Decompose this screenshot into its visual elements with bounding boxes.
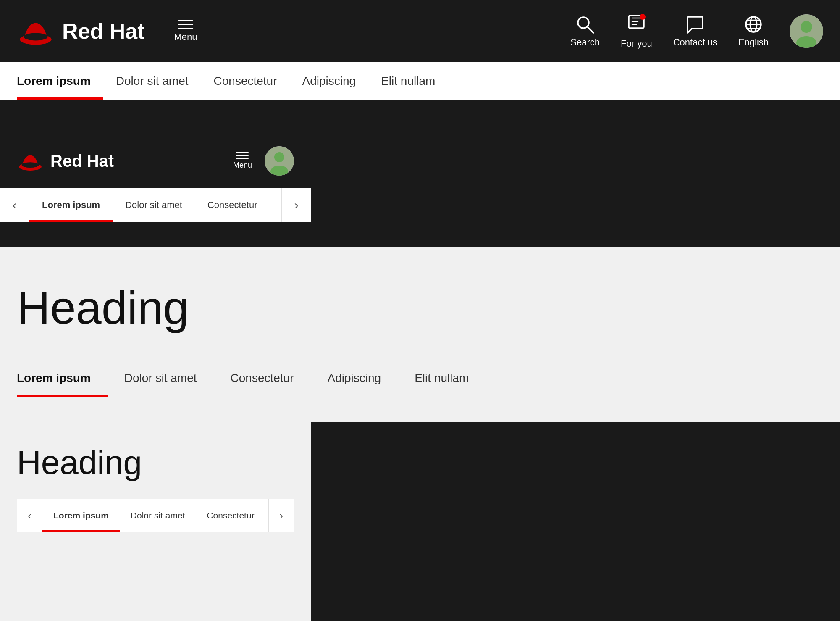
top-nav: Red Hat Menu Search For you (0, 0, 840, 62)
svg-point-11 (801, 21, 812, 33)
content-tab-label-1: Dolor sit amet (124, 371, 197, 385)
english-label: English (738, 37, 769, 48)
hamburger-line-3 (178, 28, 193, 29)
sec-nav-item-adipiscing[interactable]: Adipiscing (290, 62, 369, 100)
sec-nav-label-1: Dolor sit amet (116, 74, 189, 88)
content-tab-dolor[interactable]: Dolor sit amet (108, 359, 214, 397)
content-tab-elit[interactable]: Elit nullam (398, 359, 486, 397)
mobile-card-nav-label-0: Lorem ipsum (53, 510, 109, 521)
mobile-nav-item-consectetur[interactable]: Consectetur (195, 188, 270, 222)
sec-nav-item-dolor[interactable]: Dolor sit amet (103, 62, 201, 100)
search-label: Search (570, 37, 600, 48)
contact-us-button[interactable]: Contact us (673, 14, 717, 48)
content-tab-label-0: Lorem ipsum (17, 371, 91, 385)
mobile-secondary-nav: ‹ Lorem ipsum Dolor sit amet Consectetur… (0, 188, 311, 222)
mobile-nav-label-2: Consectetur (207, 200, 257, 211)
mobile-avatar[interactable] (265, 146, 294, 176)
svg-point-1 (24, 33, 48, 41)
sec-nav-label-4: Elit nullam (381, 74, 435, 88)
search-button[interactable]: Search (570, 14, 600, 48)
for-you-label: For you (621, 38, 652, 49)
search-icon (575, 14, 595, 34)
mobile-nav-prev-button[interactable]: ‹ (0, 188, 29, 222)
dark-bottom-section: Heading ‹ Lorem ipsum Dolor sit amet Con… (0, 422, 840, 621)
nav-actions: Search For you Contact us (570, 13, 823, 49)
sec-nav-label-3: Adipiscing (302, 74, 356, 88)
menu-label: Menu (174, 32, 197, 42)
m-line-1 (236, 152, 249, 153)
content-tabs: Lorem ipsum Dolor sit amet Consectetur A… (17, 359, 823, 397)
brand-name: Red Hat (62, 18, 144, 44)
content-tab-lorem[interactable]: Lorem ipsum (17, 359, 108, 397)
mobile-card-nav-item-lorem[interactable]: Lorem ipsum (42, 499, 120, 532)
contact-us-icon (685, 14, 705, 34)
mobile-nav-box: Red Hat Menu (0, 134, 311, 222)
mobile-card-nav-item-dolor[interactable]: Dolor sit amet (120, 499, 196, 532)
language-button[interactable]: English (738, 14, 769, 48)
mobile-menu-label: Menu (233, 161, 252, 170)
secondary-nav: Lorem ipsum Dolor sit amet Consectetur A… (0, 62, 840, 100)
menu-button[interactable]: Menu (174, 20, 197, 42)
svg-line-3 (588, 27, 593, 33)
mobile-menu-button[interactable]: Menu (233, 152, 252, 170)
chevron-right-icon: › (294, 198, 299, 212)
mobile-top-bar: Red Hat Menu (0, 134, 311, 188)
mobile-nav-item-dolor[interactable]: Dolor sit amet (113, 188, 195, 222)
sec-nav-item-lorem-ipsum[interactable]: Lorem ipsum (17, 62, 103, 100)
sec-nav-item-elit[interactable]: Elit nullam (368, 62, 448, 100)
mobile-nav-section: Red Hat Menu (0, 117, 840, 247)
mobile-card: Heading ‹ Lorem ipsum Dolor sit amet Con… (0, 422, 311, 621)
content-tab-label-4: Elit nullam (415, 371, 469, 385)
m-line-3 (236, 158, 249, 159)
mobile-nav-label-1: Dolor sit amet (125, 200, 182, 211)
for-you-wrapper (626, 13, 646, 36)
black-divider-top (0, 100, 840, 117)
content-tab-adipiscing[interactable]: Adipiscing (311, 359, 398, 397)
hamburger-line-2 (178, 24, 193, 25)
avatar-icon (790, 14, 823, 48)
mobile-brand[interactable]: Red Hat (17, 147, 114, 174)
sec-nav-label-2: Consectetur (214, 74, 277, 88)
chevron-left-icon: ‹ (13, 198, 17, 212)
brand-logo[interactable]: Red Hat (17, 12, 144, 50)
dark-right-area (311, 422, 840, 621)
svg-point-14 (22, 162, 39, 168)
globe-icon (743, 14, 764, 34)
contact-us-label: Contact us (673, 37, 717, 48)
mobile-nav-label-0: Lorem ipsum (42, 200, 100, 211)
mobile-card-nav-items: Lorem ipsum Dolor sit amet Consectetur (42, 499, 268, 532)
mobile-card-nav-label-1: Dolor sit amet (131, 510, 185, 521)
svg-point-16 (274, 152, 284, 162)
sec-nav-label-0: Lorem ipsum (17, 74, 91, 88)
page-heading: Heading (17, 281, 823, 334)
mobile-card-chevron-right-icon: › (279, 509, 283, 522)
mobile-nav-items: Lorem ipsum Dolor sit amet Consectetur (29, 188, 281, 222)
content-tab-consectetur[interactable]: Consectetur (214, 359, 311, 397)
mobile-card-prev-button[interactable]: ‹ (17, 499, 42, 532)
redhat-hat-icon (17, 12, 55, 50)
mobile-nav-item-lorem[interactable]: Lorem ipsum (29, 188, 113, 222)
main-content: Heading Lorem ipsum Dolor sit amet Conse… (0, 247, 840, 422)
mobile-card-chevron-left-icon: ‹ (28, 509, 32, 522)
mobile-card-heading: Heading (17, 443, 294, 482)
mobile-right: Menu (233, 146, 294, 176)
sec-nav-item-consectetur[interactable]: Consectetur (201, 62, 290, 100)
mobile-card-tabs: ‹ Lorem ipsum Dolor sit amet Consectetur… (17, 499, 294, 532)
mobile-brand-name: Red Hat (50, 152, 114, 171)
mobile-hat-icon (17, 147, 44, 174)
mobile-card-next-button[interactable]: › (268, 499, 294, 532)
hamburger-line-1 (178, 20, 193, 21)
m-line-2 (236, 155, 249, 156)
user-avatar[interactable] (790, 14, 823, 48)
for-you-button[interactable]: For you (621, 13, 652, 49)
mobile-nav-next-button[interactable]: › (281, 188, 311, 222)
mobile-card-nav-item-consectetur[interactable]: Consectetur (196, 499, 265, 532)
mobile-avatar-icon (265, 146, 294, 176)
content-tab-label-2: Consectetur (231, 371, 294, 385)
content-tab-label-3: Adipiscing (328, 371, 381, 385)
mobile-card-nav-label-2: Consectetur (207, 510, 254, 521)
